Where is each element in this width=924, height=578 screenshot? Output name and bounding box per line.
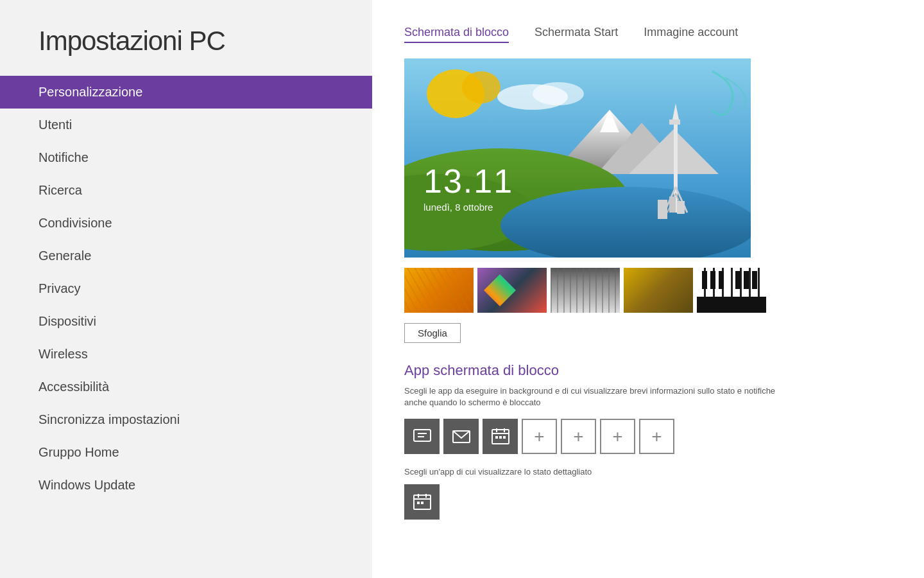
calendar-icon-small bbox=[413, 493, 432, 512]
svg-rect-19 bbox=[658, 200, 667, 219]
sidebar-item-notifiche[interactable]: Notifiche bbox=[0, 141, 372, 174]
svg-rect-38 bbox=[421, 502, 424, 504]
sidebar-item-personalizzazione[interactable]: Personalizzazione bbox=[0, 76, 372, 109]
sidebar: Impostazioni PC Personalizzazione Utenti… bbox=[0, 0, 372, 578]
lockscreen-date: lunedì, 8 ottobre bbox=[424, 202, 513, 213]
app-section-description: Scegli le app da eseguire in background … bbox=[404, 385, 776, 408]
sidebar-item-gruppo-home[interactable]: Gruppo Home bbox=[0, 436, 372, 469]
app-icon-add-2[interactable]: + bbox=[561, 419, 596, 454]
app-icon-add-4[interactable]: + bbox=[639, 419, 674, 454]
tab-immagine-account[interactable]: Immagine account bbox=[644, 26, 738, 43]
tabs-bar: Schermata di blocco Schermata Start Imma… bbox=[404, 26, 892, 43]
app-icon-detailed-status[interactable] bbox=[404, 484, 440, 520]
app-section-title: App schermata di blocco bbox=[404, 362, 892, 379]
svg-rect-20 bbox=[669, 197, 676, 213]
sidebar-item-privacy[interactable]: Privacy bbox=[0, 272, 372, 305]
thumb-honeycomb[interactable] bbox=[404, 268, 474, 313]
svg-rect-30 bbox=[495, 436, 498, 439]
messaging-icon bbox=[413, 427, 432, 446]
sidebar-item-utenti[interactable]: Utenti bbox=[0, 109, 372, 141]
app-icon-calendar[interactable] bbox=[483, 419, 518, 454]
sidebar-item-accessibilita[interactable]: Accessibilità bbox=[0, 371, 372, 403]
lockscreen-time-display: 13.11 lunedì, 8 ottobre bbox=[424, 162, 513, 213]
sidebar-item-sincronizza[interactable]: Sincronizza impostazioni bbox=[0, 403, 372, 436]
svg-rect-22 bbox=[414, 430, 431, 441]
svg-rect-32 bbox=[503, 436, 506, 439]
sidebar-item-condivisione[interactable]: Condivisione bbox=[0, 207, 372, 240]
calendar-icon bbox=[491, 427, 510, 446]
thumb-shell[interactable] bbox=[624, 268, 693, 313]
svg-point-2 bbox=[462, 71, 501, 103]
sidebar-item-ricerca[interactable]: Ricerca bbox=[0, 174, 372, 207]
svg-rect-21 bbox=[677, 201, 685, 214]
thumb-geometric[interactable] bbox=[477, 268, 547, 313]
main-content: Schermata di blocco Schermata Start Imma… bbox=[372, 0, 924, 578]
app-title: Impostazioni PC bbox=[0, 26, 372, 76]
thumb-tunnel[interactable] bbox=[551, 268, 620, 313]
app-icon-messaging[interactable] bbox=[404, 419, 440, 454]
detailed-status-description: Scegli un'app di cui visualizzare lo sta… bbox=[404, 467, 892, 477]
tab-schermata-blocco[interactable]: Schermata di blocco bbox=[404, 26, 509, 43]
tab-schermata-start[interactable]: Schermata Start bbox=[535, 26, 618, 43]
wallpaper-thumbnails bbox=[404, 268, 892, 313]
sidebar-item-wireless[interactable]: Wireless bbox=[0, 338, 372, 371]
app-icons-row: + + + + bbox=[404, 419, 892, 454]
lockscreen-time: 13.11 bbox=[424, 162, 513, 200]
svg-rect-37 bbox=[417, 502, 420, 504]
app-icon-add-1[interactable]: + bbox=[522, 419, 557, 454]
sidebar-item-dispositivi[interactable]: Dispositivi bbox=[0, 305, 372, 338]
svg-rect-31 bbox=[499, 436, 502, 439]
app-icon-mail[interactable] bbox=[443, 419, 479, 454]
svg-rect-14 bbox=[669, 119, 680, 125]
mail-icon bbox=[452, 427, 471, 446]
svg-point-4 bbox=[533, 82, 584, 105]
lockscreen-svg bbox=[404, 58, 751, 258]
sidebar-item-windows-update[interactable]: Windows Update bbox=[0, 469, 372, 502]
lockscreen-preview: 13.11 lunedì, 8 ottobre bbox=[404, 58, 751, 258]
sidebar-item-generale[interactable]: Generale bbox=[0, 240, 372, 272]
app-icon-add-3[interactable]: + bbox=[600, 419, 635, 454]
thumb-piano[interactable] bbox=[697, 268, 766, 313]
browse-button[interactable]: Sfoglia bbox=[404, 323, 461, 343]
